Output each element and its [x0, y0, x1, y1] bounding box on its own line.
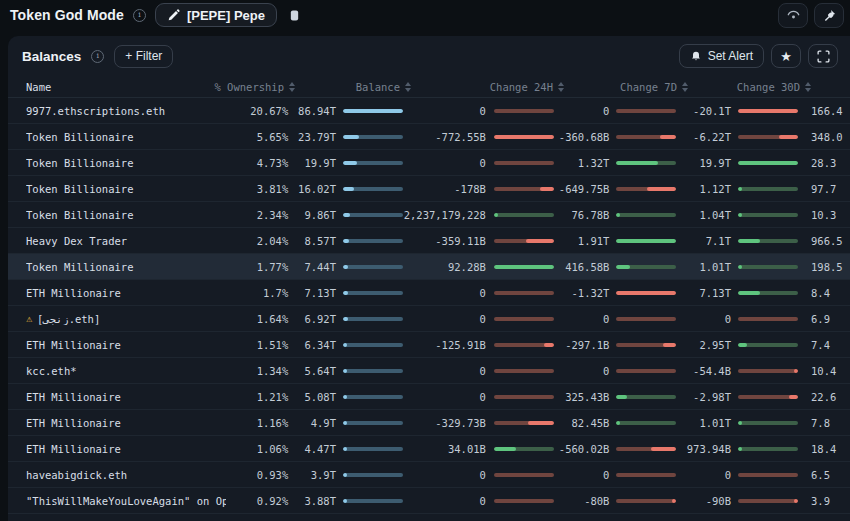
- table-row[interactable]: ⚠ Heavy Dex Trader 2.04% 8.57T -359.11B …: [8, 228, 850, 254]
- balance-bar: [343, 369, 403, 373]
- change30d-bar: [738, 265, 798, 269]
- panel-title: Balances: [22, 49, 81, 64]
- favorite-button[interactable]: ★: [771, 44, 801, 68]
- balance-value: 4.47T: [288, 443, 336, 455]
- table-row[interactable]: ⚠ Token Millionaire 1.77% 7.44T 92.28B 4…: [8, 254, 850, 280]
- balance-value: 5.08T: [288, 391, 336, 403]
- balance-bar: [343, 239, 403, 243]
- extra-metric-value: 348.0: [811, 131, 850, 143]
- change7d-bar: [616, 291, 676, 295]
- column-header-change7d[interactable]: Change 7D: [564, 81, 688, 93]
- change30d-value: 1.01T: [676, 261, 731, 273]
- extra-metric-value: 28.3: [811, 157, 850, 169]
- table-row[interactable]: ⚠ Token Billionaire 3.81% 16.02T -178B -…: [8, 176, 850, 202]
- ownership-value: 1.34%: [226, 365, 288, 377]
- extra-metric-value: 6.5: [811, 469, 850, 481]
- holder-name: Token Millionaire: [26, 261, 133, 273]
- change7d-bar: [616, 135, 676, 139]
- extra-metric-value: 8.4: [811, 287, 850, 299]
- change7d-bar: [616, 161, 676, 165]
- change30d-bar: [738, 447, 798, 451]
- table-row[interactable]: ⚠ [زنجي.eth] 1.64% 6.92T 0 0 0 6.9: [8, 306, 850, 332]
- column-header-balance[interactable]: Balance: [295, 81, 411, 93]
- change24h-value: 0: [403, 313, 486, 325]
- extra-metric-value: 966.5: [811, 235, 850, 247]
- change30d-value: 2.95T: [676, 339, 731, 351]
- change30d-value: 7.1T: [676, 235, 731, 247]
- column-header-change24h[interactable]: Change 24H: [411, 81, 564, 93]
- table-row[interactable]: ⚠ Token Billionaire 4.73% 19.9T 0 1.32T …: [8, 150, 850, 176]
- change30d-value: -90B: [676, 495, 731, 507]
- change7d-value: 416.58B: [554, 261, 610, 273]
- panel-actions: Set Alert ★: [679, 44, 838, 68]
- balance-bar: [343, 421, 403, 425]
- change24h-bar: [494, 369, 554, 373]
- change30d-bar: [738, 187, 798, 191]
- extra-metric-value: 7.8: [811, 417, 850, 429]
- change24h-bar: [494, 317, 554, 321]
- token-selector[interactable]: [PEPE] Pepe: [155, 3, 277, 27]
- copy-icon[interactable]: [286, 6, 303, 25]
- holder-name: ETH Millionaire: [26, 287, 121, 299]
- table-row[interactable]: ⚠ Token Billionaire 5.65% 23.79T -772.55…: [8, 124, 850, 150]
- balance-value: 16.02T: [288, 183, 336, 195]
- ownership-value: 1.21%: [226, 391, 288, 403]
- balance-bar: [343, 343, 403, 347]
- table-row[interactable]: ⚠ ETH Millionaire 1.51% 6.34T -125.91B -…: [8, 332, 850, 358]
- balance-bar: [343, 187, 403, 191]
- column-header-name[interactable]: Name: [26, 81, 231, 93]
- holder-name: Token Billionaire: [26, 131, 133, 143]
- change24h-value: 0: [403, 469, 486, 481]
- top-bar: Token God Mode [PEPE] Pepe: [0, 0, 850, 30]
- balance-bar: [343, 265, 403, 269]
- table-row[interactable]: ⚠ Token Billionaire 2.34% 9.86T 2,237,17…: [8, 202, 850, 228]
- table-row[interactable]: ⚠ "ThisWillMakeYouLoveAgain" on Ope… 0.9…: [8, 488, 850, 514]
- filter-button[interactable]: + Filter: [114, 45, 173, 68]
- column-header-change30d[interactable]: Change 30D: [688, 81, 811, 93]
- change24h-bar: [494, 187, 554, 191]
- change7d-bar: [616, 447, 676, 451]
- balance-value: 86.94T: [288, 105, 336, 117]
- table-row[interactable]: ⚠ ETH Millionaire 1.06% 4.47T 34.01B -56…: [8, 436, 850, 462]
- change30d-bar: [738, 109, 798, 113]
- pin-button[interactable]: [814, 3, 844, 28]
- edit-pencil-icon: [167, 9, 180, 22]
- change24h-bar: [494, 109, 554, 113]
- pin-icon: [823, 9, 836, 22]
- extra-metric-value: 6.9: [811, 313, 850, 325]
- holder-name: 9977.ethscriptions.eth: [26, 105, 165, 117]
- table-row[interactable]: ⚠ kcc.eth* 1.34% 5.64T 0 0 -54.4B 10.4: [8, 358, 850, 384]
- change30d-bar: [738, 395, 798, 399]
- extra-metric-value: 10.3: [811, 209, 850, 221]
- change24h-value: -772.55B: [403, 131, 486, 143]
- expand-button[interactable]: [808, 44, 838, 68]
- column-header-ownership[interactable]: % Ownership: [231, 81, 295, 93]
- panel-header: Balances + Filter Set Alert ★: [8, 36, 850, 76]
- extra-metric-value: 18.4: [811, 443, 850, 455]
- change24h-bar: [494, 421, 554, 425]
- holder-name: kcc.eth*: [26, 365, 77, 377]
- set-alert-label: Set Alert: [708, 49, 753, 63]
- change30d-value: 0: [676, 313, 731, 325]
- holder-name: Token Billionaire: [26, 183, 133, 195]
- balances-panel: Balances + Filter Set Alert ★ Name: [8, 36, 850, 521]
- change30d-bar: [738, 291, 798, 295]
- change30d-bar: [738, 473, 798, 477]
- set-alert-button[interactable]: Set Alert: [679, 44, 764, 68]
- page-title: Token God Mode: [10, 7, 124, 23]
- change7d-value: 82.45B: [554, 417, 610, 429]
- change7d-bar: [616, 187, 676, 191]
- change30d-bar: [738, 239, 798, 243]
- extra-metric-value: 166.4: [811, 105, 850, 117]
- change7d-bar: [616, 395, 676, 399]
- table-row[interactable]: ⚠ ETH Millionaire 1.21% 5.08T 0 325.43B …: [8, 384, 850, 410]
- change30d-bar: [738, 343, 798, 347]
- table-row[interactable]: ⚠ ETH Millionaire 1.7% 7.13T 0 -1.32T 7.…: [8, 280, 850, 306]
- table-row[interactable]: ⚠ 9977.ethscriptions.eth 20.67% 86.94T 0…: [8, 98, 850, 124]
- visibility-button[interactable]: [778, 3, 808, 28]
- balance-bar: [343, 447, 403, 451]
- balance-value: 3.88T: [288, 495, 336, 507]
- table-row[interactable]: ⚠ haveabigdick.eth 0.93% 3.9T 0 0 0 6.5: [8, 462, 850, 488]
- table-row[interactable]: ⚠ ETH Millionaire 1.16% 4.9T -329.73B 82…: [8, 410, 850, 436]
- balance-bar: [343, 109, 403, 113]
